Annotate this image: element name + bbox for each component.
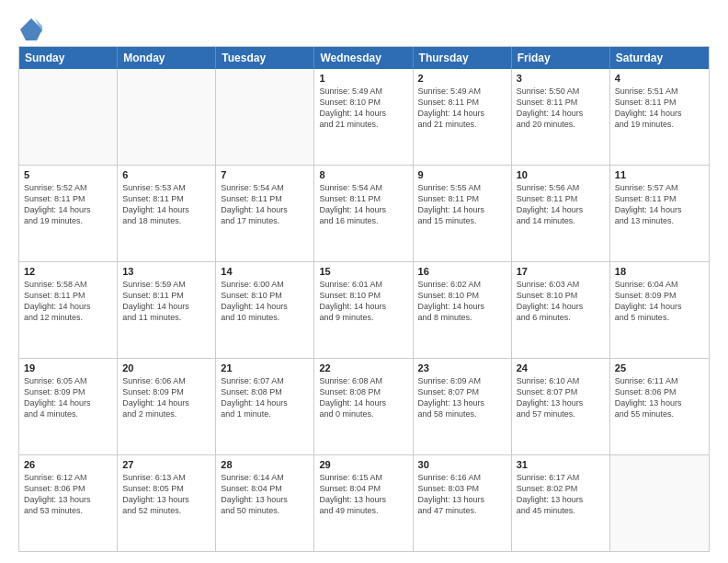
calendar-cell [216, 69, 314, 165]
cell-info: Sunrise: 6:09 AM Sunset: 8:07 PM Dayligh… [418, 375, 506, 420]
calendar-cell: 5Sunrise: 5:52 AM Sunset: 8:11 PM Daylig… [19, 166, 118, 261]
weekday-header: Friday [512, 47, 610, 69]
day-number: 30 [418, 459, 506, 470]
day-number: 12 [24, 266, 112, 277]
calendar-cell: 14Sunrise: 6:00 AM Sunset: 8:10 PM Dayli… [216, 262, 314, 358]
day-number: 24 [517, 362, 605, 373]
day-number: 4 [615, 73, 704, 84]
day-number: 21 [221, 362, 309, 373]
page: SundayMondayTuesdayWednesdayThursdayFrid… [0, 0, 728, 563]
day-number: 18 [615, 266, 704, 277]
day-number: 26 [24, 459, 112, 470]
header [18, 17, 710, 42]
calendar-cell: 21Sunrise: 6:07 AM Sunset: 8:08 PM Dayli… [216, 359, 314, 454]
day-number: 6 [122, 169, 210, 180]
calendar-cell: 22Sunrise: 6:08 AM Sunset: 8:08 PM Dayli… [314, 359, 413, 454]
cell-info: Sunrise: 6:06 AM Sunset: 8:09 PM Dayligh… [122, 375, 210, 420]
calendar-cell: 7Sunrise: 5:54 AM Sunset: 8:11 PM Daylig… [216, 166, 314, 261]
calendar-row: 12Sunrise: 5:58 AM Sunset: 8:11 PM Dayli… [19, 261, 709, 358]
day-number: 7 [221, 169, 309, 180]
cell-info: Sunrise: 5:58 AM Sunset: 8:11 PM Dayligh… [24, 279, 112, 324]
day-number: 11 [615, 169, 704, 180]
calendar-row: 19Sunrise: 6:05 AM Sunset: 8:09 PM Dayli… [19, 358, 709, 454]
day-number: 2 [418, 73, 506, 84]
logo-icon [18, 17, 44, 42]
calendar-cell: 10Sunrise: 5:56 AM Sunset: 8:11 PM Dayli… [512, 166, 610, 261]
calendar-header: SundayMondayTuesdayWednesdayThursdayFrid… [19, 47, 709, 69]
calendar-cell: 4Sunrise: 5:51 AM Sunset: 8:11 PM Daylig… [610, 69, 709, 165]
cell-info: Sunrise: 5:51 AM Sunset: 8:11 PM Dayligh… [615, 86, 704, 131]
cell-info: Sunrise: 6:17 AM Sunset: 8:02 PM Dayligh… [517, 472, 605, 517]
cell-info: Sunrise: 6:13 AM Sunset: 8:05 PM Dayligh… [122, 472, 210, 517]
day-number: 1 [319, 73, 407, 84]
cell-info: Sunrise: 6:15 AM Sunset: 8:04 PM Dayligh… [319, 472, 407, 517]
calendar-cell: 13Sunrise: 5:59 AM Sunset: 8:11 PM Dayli… [118, 262, 216, 358]
day-number: 29 [319, 459, 407, 470]
logo [18, 17, 48, 42]
cell-info: Sunrise: 5:49 AM Sunset: 8:10 PM Dayligh… [319, 86, 407, 131]
cell-info: Sunrise: 5:56 AM Sunset: 8:11 PM Dayligh… [517, 182, 605, 227]
day-number: 9 [418, 169, 506, 180]
cell-info: Sunrise: 5:49 AM Sunset: 8:11 PM Dayligh… [418, 86, 506, 131]
calendar-cell: 31Sunrise: 6:17 AM Sunset: 8:02 PM Dayli… [512, 455, 610, 551]
calendar-row: 5Sunrise: 5:52 AM Sunset: 8:11 PM Daylig… [19, 165, 709, 261]
calendar-cell: 17Sunrise: 6:03 AM Sunset: 8:10 PM Dayli… [512, 262, 610, 358]
calendar-row: 1Sunrise: 5:49 AM Sunset: 8:10 PM Daylig… [19, 69, 709, 165]
cell-info: Sunrise: 6:01 AM Sunset: 8:10 PM Dayligh… [319, 279, 407, 324]
weekday-header: Saturday [610, 47, 709, 69]
calendar-cell [19, 69, 118, 165]
day-number: 5 [24, 169, 112, 180]
cell-info: Sunrise: 5:52 AM Sunset: 8:11 PM Dayligh… [24, 182, 112, 227]
cell-info: Sunrise: 6:04 AM Sunset: 8:09 PM Dayligh… [615, 279, 704, 324]
calendar-row: 26Sunrise: 6:12 AM Sunset: 8:06 PM Dayli… [19, 454, 709, 551]
cell-info: Sunrise: 6:05 AM Sunset: 8:09 PM Dayligh… [24, 375, 112, 420]
cell-info: Sunrise: 6:08 AM Sunset: 8:08 PM Dayligh… [319, 375, 407, 420]
calendar-cell: 26Sunrise: 6:12 AM Sunset: 8:06 PM Dayli… [19, 455, 118, 551]
cell-info: Sunrise: 6:07 AM Sunset: 8:08 PM Dayligh… [221, 375, 309, 420]
calendar-cell: 28Sunrise: 6:14 AM Sunset: 8:04 PM Dayli… [216, 455, 314, 551]
calendar-cell: 11Sunrise: 5:57 AM Sunset: 8:11 PM Dayli… [610, 166, 709, 261]
day-number: 17 [517, 266, 605, 277]
calendar: SundayMondayTuesdayWednesdayThursdayFrid… [18, 46, 710, 552]
day-number: 23 [418, 362, 506, 373]
day-number: 8 [319, 169, 407, 180]
calendar-cell: 16Sunrise: 6:02 AM Sunset: 8:10 PM Dayli… [414, 262, 512, 358]
calendar-cell [118, 69, 216, 165]
calendar-cell [610, 455, 709, 551]
calendar-cell: 23Sunrise: 6:09 AM Sunset: 8:07 PM Dayli… [414, 359, 512, 454]
cell-info: Sunrise: 6:14 AM Sunset: 8:04 PM Dayligh… [221, 472, 309, 517]
cell-info: Sunrise: 6:11 AM Sunset: 8:06 PM Dayligh… [615, 375, 704, 420]
calendar-cell: 30Sunrise: 6:16 AM Sunset: 8:03 PM Dayli… [414, 455, 512, 551]
calendar-cell: 20Sunrise: 6:06 AM Sunset: 8:09 PM Dayli… [118, 359, 216, 454]
calendar-cell: 12Sunrise: 5:58 AM Sunset: 8:11 PM Dayli… [19, 262, 118, 358]
day-number: 15 [319, 266, 407, 277]
day-number: 28 [221, 459, 309, 470]
weekday-header: Monday [118, 47, 216, 69]
calendar-cell: 15Sunrise: 6:01 AM Sunset: 8:10 PM Dayli… [314, 262, 413, 358]
day-number: 14 [221, 266, 309, 277]
day-number: 27 [122, 459, 210, 470]
cell-info: Sunrise: 6:02 AM Sunset: 8:10 PM Dayligh… [418, 279, 506, 324]
weekday-header: Wednesday [314, 47, 413, 69]
calendar-cell: 18Sunrise: 6:04 AM Sunset: 8:09 PM Dayli… [610, 262, 709, 358]
calendar-cell: 8Sunrise: 5:54 AM Sunset: 8:11 PM Daylig… [314, 166, 413, 261]
calendar-cell: 2Sunrise: 5:49 AM Sunset: 8:11 PM Daylig… [414, 69, 512, 165]
calendar-cell: 19Sunrise: 6:05 AM Sunset: 8:09 PM Dayli… [19, 359, 118, 454]
cell-info: Sunrise: 5:59 AM Sunset: 8:11 PM Dayligh… [122, 279, 210, 324]
weekday-header: Sunday [19, 47, 118, 69]
calendar-cell: 6Sunrise: 5:53 AM Sunset: 8:11 PM Daylig… [118, 166, 216, 261]
day-number: 20 [122, 362, 210, 373]
calendar-cell: 9Sunrise: 5:55 AM Sunset: 8:11 PM Daylig… [414, 166, 512, 261]
cell-info: Sunrise: 6:10 AM Sunset: 8:07 PM Dayligh… [517, 375, 605, 420]
cell-info: Sunrise: 6:16 AM Sunset: 8:03 PM Dayligh… [418, 472, 506, 517]
calendar-cell: 3Sunrise: 5:50 AM Sunset: 8:11 PM Daylig… [512, 69, 610, 165]
calendar-cell: 27Sunrise: 6:13 AM Sunset: 8:05 PM Dayli… [118, 455, 216, 551]
day-number: 25 [615, 362, 704, 373]
cell-info: Sunrise: 5:54 AM Sunset: 8:11 PM Dayligh… [319, 182, 407, 227]
day-number: 19 [24, 362, 112, 373]
day-number: 31 [517, 459, 605, 470]
day-number: 22 [319, 362, 407, 373]
cell-info: Sunrise: 6:03 AM Sunset: 8:10 PM Dayligh… [517, 279, 605, 324]
calendar-cell: 25Sunrise: 6:11 AM Sunset: 8:06 PM Dayli… [610, 359, 709, 454]
day-number: 16 [418, 266, 506, 277]
